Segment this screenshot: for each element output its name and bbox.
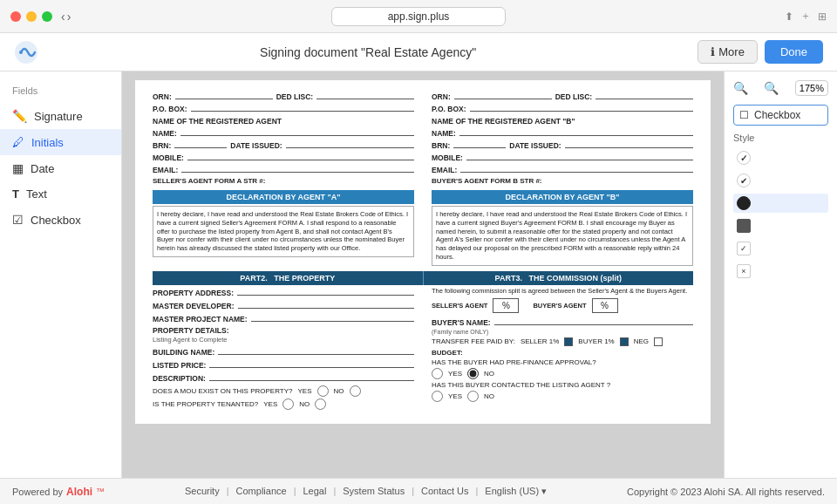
po-box-left: P.O. BOX: bbox=[153, 103, 414, 113]
style-option-check-square[interactable]: ✓ bbox=[733, 239, 828, 258]
footer-language-link[interactable]: English (US) ▾ bbox=[485, 486, 547, 497]
sidebar-item-date[interactable]: ▦ Date bbox=[0, 155, 121, 181]
check-swatch: ✓ bbox=[737, 151, 751, 165]
part2-content: PROPERTY ADDRESS: MASTER DEVELOPER: MAST… bbox=[153, 287, 414, 412]
more-button[interactable]: ℹ More bbox=[698, 40, 758, 64]
signature-icon: ✏️ bbox=[12, 109, 27, 123]
footer-contact-link[interactable]: Contact Us bbox=[421, 486, 468, 497]
new-tab-icon[interactable]: ＋ bbox=[800, 9, 811, 24]
seller-form-label: SELLER'S AGENT FORM A STR #: bbox=[153, 177, 414, 185]
pre-finance-yes-radio[interactable] bbox=[432, 368, 443, 379]
neg-check[interactable] bbox=[654, 337, 663, 346]
footer-legal-link[interactable]: Legal bbox=[303, 486, 327, 497]
orn-field-left: ORN: DED LISC: bbox=[153, 91, 414, 101]
zoom-level[interactable]: 175% bbox=[795, 80, 828, 96]
footer-left: Powered by Alohi ™ bbox=[12, 486, 105, 498]
listing-agent-no-radio[interactable] bbox=[467, 391, 479, 402]
listing-agent-q-row: HAS THIS BUYER CONTACTED THE LISTING AGE… bbox=[432, 381, 693, 389]
sidebar-item-initials[interactable]: 🖊 Initials bbox=[0, 129, 121, 155]
svg-point-1 bbox=[19, 51, 23, 54]
sidebar-item-text[interactable]: T Text bbox=[0, 181, 121, 207]
decl-text-left: I hereby declare, I have read and unders… bbox=[153, 206, 414, 257]
footer-copyright: Copyright © 2023 Alohi SA. All rights re… bbox=[627, 487, 825, 497]
seller-pct-box: % bbox=[493, 298, 519, 313]
style-option-filled-square[interactable] bbox=[733, 216, 828, 235]
filled-square-swatch bbox=[737, 219, 751, 233]
alohi-trademark: ™ bbox=[96, 487, 105, 496]
checkbox-panel-label: ☐ Checkbox bbox=[733, 105, 828, 126]
footer-center: Security | Compliance | Legal | System S… bbox=[185, 486, 547, 497]
commission-boxes: SELLER'S AGENT % BUYER'S AGENT % bbox=[432, 298, 693, 313]
document-area[interactable]: ORN: DED LISC: P.O. BOX: NAME OF THE REG… bbox=[122, 72, 724, 478]
close-button[interactable] bbox=[10, 11, 21, 22]
done-button[interactable]: Done bbox=[765, 40, 823, 64]
footer-security-link[interactable]: Security bbox=[185, 486, 220, 497]
pre-finance-options: YES NO bbox=[432, 368, 693, 379]
mou-yes-radio[interactable] bbox=[317, 385, 329, 397]
maximize-button[interactable] bbox=[42, 11, 52, 22]
agent-section-right: NAME OF THE REGISTERED AGENT "B" bbox=[432, 117, 693, 126]
style-label: Style bbox=[733, 133, 828, 143]
sidebar-item-label: Initials bbox=[31, 136, 64, 149]
listing-agent-note: Listing Agent to Complete bbox=[153, 336, 414, 344]
check-square-swatch: ✓ bbox=[737, 242, 751, 255]
footer-status-link[interactable]: System Status bbox=[343, 486, 405, 497]
zoom-out-button[interactable]: 🔍 bbox=[733, 81, 748, 95]
sidebar-item-label: Signature bbox=[34, 110, 83, 123]
part3-label: PART3. THE COMMISSION (split) bbox=[424, 271, 694, 285]
top-bar: ‹ › app.sign.plus ⬆ ＋ ⊞ bbox=[0, 0, 837, 33]
buyer-pct-box: % bbox=[592, 298, 618, 313]
footer-compliance-link[interactable]: Compliance bbox=[236, 486, 287, 497]
decl-header-right: DECLARATION BY AGENT "B" bbox=[432, 190, 693, 204]
family-note: (Family name ONLY) bbox=[432, 329, 693, 335]
mou-no-radio[interactable] bbox=[350, 385, 361, 397]
sidebar-icon[interactable]: ⊞ bbox=[818, 10, 827, 23]
listing-agent-options: YES NO bbox=[432, 391, 693, 402]
declaration-left: DECLARATION BY AGENT "A" I hereby declar… bbox=[153, 187, 414, 266]
logo-area bbox=[14, 40, 38, 65]
filled-black-swatch bbox=[737, 196, 751, 210]
right-panel: 🔍 🔍 175% ☐ Checkbox Style ✓ ✔ ✓ bbox=[724, 72, 837, 478]
style-option-circle-check[interactable]: ✔ bbox=[733, 171, 828, 190]
seller-agent-box: SELLER'S AGENT % bbox=[432, 298, 519, 313]
header-title: Signing document "Real Estate Agency" bbox=[260, 45, 476, 59]
sidebar: Fields ✏️ Signature 🖊 Initials ▦ Date T … bbox=[0, 72, 122, 478]
seller-check[interactable] bbox=[564, 337, 573, 346]
nav-forward-button[interactable]: › bbox=[67, 10, 71, 24]
share-icon[interactable]: ⬆ bbox=[785, 10, 793, 23]
tenanted-question: IS THE PROPERTY TENANTED? YES NO bbox=[153, 398, 414, 410]
top-right-controls: ⬆ ＋ ⊞ bbox=[785, 9, 827, 24]
declaration-right: DECLARATION BY AGENT "B" I hereby declar… bbox=[432, 187, 693, 266]
decl-header-left: DECLARATION BY AGENT "A" bbox=[153, 190, 414, 204]
mou-question: DOES A MOU EXIST ON THIS PROPERTY? YES N… bbox=[153, 385, 414, 397]
listing-agent-yes-radio[interactable] bbox=[432, 391, 443, 402]
part-header: PART2. THE PROPERTY PART3. THE COMMISSIO… bbox=[153, 271, 693, 285]
url-bar[interactable]: app.sign.plus bbox=[331, 7, 506, 26]
zoom-in-button[interactable]: 🔍 bbox=[764, 81, 779, 95]
traffic-lights bbox=[10, 11, 52, 22]
nav-back-button[interactable]: ‹ bbox=[61, 10, 65, 24]
buyer-agent-box: BUYER'S AGENT % bbox=[533, 298, 617, 313]
style-options: ✓ ✔ ✓ × bbox=[733, 148, 828, 281]
circle-check-swatch: ✔ bbox=[737, 174, 751, 187]
style-option-x-square[interactable]: × bbox=[733, 262, 828, 281]
buyer-check[interactable] bbox=[620, 337, 629, 346]
x-square-swatch: × bbox=[737, 264, 751, 278]
sidebar-item-checkbox[interactable]: ☑ Checkbox bbox=[0, 207, 121, 233]
sidebar-item-signature[interactable]: ✏️ Signature bbox=[0, 103, 121, 129]
tenanted-no-radio[interactable] bbox=[315, 398, 326, 410]
pre-finance-no-radio[interactable] bbox=[467, 368, 479, 379]
checkbox-square-icon: ☐ bbox=[739, 109, 749, 121]
style-option-check[interactable]: ✓ bbox=[733, 148, 828, 167]
style-option-filled-black[interactable] bbox=[733, 194, 828, 213]
app-logo bbox=[14, 40, 38, 65]
doc-left-col: ORN: DED LISC: P.O. BOX: NAME OF THE REG… bbox=[153, 91, 414, 185]
minimize-button[interactable] bbox=[26, 11, 37, 22]
sidebar-item-label: Checkbox bbox=[31, 214, 81, 227]
decl-text-right: I hereby declare, I have read and unders… bbox=[432, 206, 693, 266]
parts-row: PROPERTY ADDRESS: MASTER DEVELOPER: MAST… bbox=[153, 287, 693, 412]
tenanted-yes-radio[interactable] bbox=[282, 398, 294, 410]
part2-label: PART2. THE PROPERTY bbox=[153, 271, 424, 285]
header: Signing document "Real Estate Agency" ℹ … bbox=[0, 33, 837, 72]
pre-finance-row: HAS THE BUYER HAD PRE-FINANCE APPROVAL? bbox=[432, 358, 693, 366]
